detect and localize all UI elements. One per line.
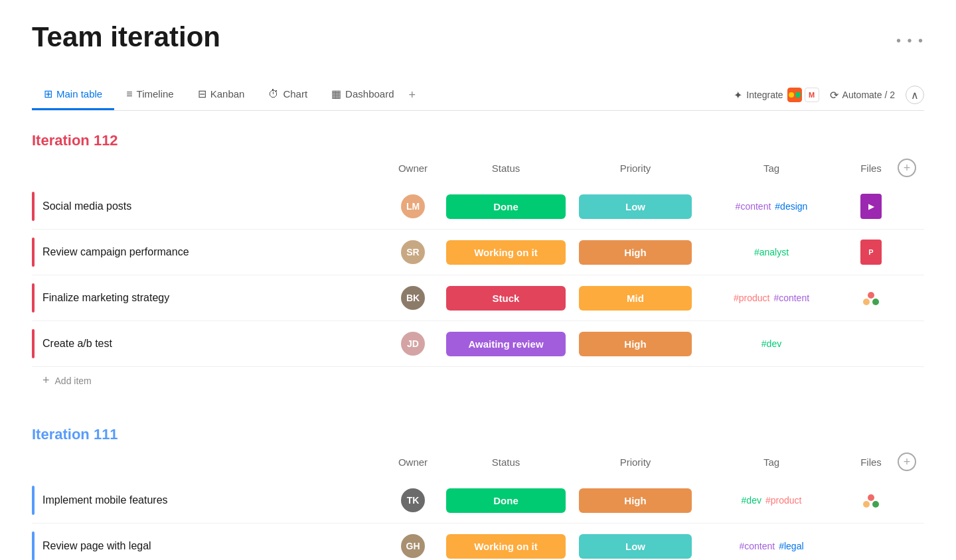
svg-point-8 xyxy=(872,501,879,508)
status-badge: Done xyxy=(446,488,566,513)
tab-timeline[interactable]: ≡ Timeline xyxy=(114,80,185,110)
dashboard-icon: ▦ xyxy=(331,88,341,100)
status-cell[interactable]: Working on it xyxy=(439,531,572,561)
add-column-button[interactable]: + xyxy=(898,159,916,177)
svg-point-7 xyxy=(863,501,870,508)
row-left-bar xyxy=(32,192,35,221)
priority-badge: High xyxy=(579,488,692,513)
status-cell[interactable]: Awaiting review xyxy=(439,329,572,359)
table-row[interactable]: Review campaign performanceSRWorking on … xyxy=(32,230,924,275)
task-cell: Social media posts xyxy=(32,184,386,229)
svg-point-2 xyxy=(795,92,801,98)
tab-chart[interactable]: ⏱ Chart xyxy=(256,80,319,110)
iteration-title-iteration-111: Iteration 111 xyxy=(32,426,118,443)
status-cell[interactable]: Done xyxy=(439,486,572,516)
table-row[interactable]: Create a/b testJDAwaiting reviewHigh#dev xyxy=(32,321,924,367)
tag: #content xyxy=(739,541,775,551)
task-cell: Review campaign performance xyxy=(32,230,386,275)
priority-cell[interactable]: Low xyxy=(572,192,698,222)
add-column-button[interactable]: + xyxy=(898,453,916,471)
file-icon-ppt[interactable]: P xyxy=(860,240,882,265)
task-name: Review campaign performance xyxy=(42,246,189,258)
tag-cell: #content#design xyxy=(698,198,844,214)
avatar: BK xyxy=(401,286,425,310)
col-header-add: + xyxy=(898,453,924,471)
avatar: JD xyxy=(401,332,425,356)
col-header-priority: Priority xyxy=(572,163,698,174)
avatar: GH xyxy=(401,534,425,558)
tag-cell: #dev xyxy=(698,336,844,352)
page-title: Team iteration xyxy=(32,21,220,53)
tab-main-table[interactable]: ⊞ Main table xyxy=(32,80,114,110)
svg-point-3 xyxy=(868,292,874,299)
svg-point-4 xyxy=(863,299,870,305)
main-table-icon: ⊞ xyxy=(44,88,52,100)
add-item-button[interactable]: +Add item xyxy=(32,367,924,394)
status-cell[interactable]: Stuck xyxy=(439,283,572,313)
files-cell xyxy=(844,491,898,510)
add-tab-button[interactable]: + xyxy=(406,83,419,107)
status-badge: Awaiting review xyxy=(446,332,566,356)
app-icons: M xyxy=(787,88,819,102)
status-cell[interactable]: Working on it xyxy=(439,238,572,267)
table-row[interactable]: Social media postsLMDoneLow#content#desi… xyxy=(32,184,924,230)
svg-point-6 xyxy=(868,494,874,501)
priority-cell[interactable]: High xyxy=(572,238,698,267)
collapse-button[interactable]: ∧ xyxy=(906,86,924,104)
priority-cell[interactable]: High xyxy=(572,486,698,516)
status-badge: Done xyxy=(446,194,566,219)
tag: #product xyxy=(734,293,769,303)
owner-cell: JD xyxy=(386,332,439,356)
iterations-container: Iteration 112OwnerStatusPriorityTagFiles… xyxy=(32,132,924,560)
avatar: TK xyxy=(401,488,425,512)
page-container: Team iteration • • • ⊞ Main table ≡ Time… xyxy=(0,0,956,560)
timeline-icon: ≡ xyxy=(126,88,132,100)
tag: #legal xyxy=(779,541,803,551)
priority-badge: Low xyxy=(579,194,692,219)
iteration-section-iteration-112: Iteration 112OwnerStatusPriorityTagFiles… xyxy=(32,132,924,394)
task-cell: Review page with legal xyxy=(32,524,386,560)
file-icon-asana[interactable] xyxy=(862,491,880,510)
col-header-add: + xyxy=(898,159,924,177)
tag-cell: #analyst xyxy=(698,244,844,260)
priority-badge: Low xyxy=(579,534,692,559)
col-header-tag: Tag xyxy=(698,163,844,174)
gmail-app-icon: M xyxy=(805,88,819,102)
chevron-up-icon: ∧ xyxy=(911,89,919,102)
tag-cell: #dev#product xyxy=(698,492,844,508)
tab-kanban[interactable]: ⊟ Kanban xyxy=(186,80,257,110)
files-cell: P xyxy=(844,240,898,265)
col-header-files: Files xyxy=(844,456,898,468)
table-row[interactable]: Finalize marketing strategyBKStuckMid#pr… xyxy=(32,275,924,321)
priority-badge: High xyxy=(579,332,692,356)
tag-cell: #product#content xyxy=(698,290,844,306)
integrate-button[interactable]: ✦ Integrate M xyxy=(734,88,819,102)
priority-cell[interactable]: Low xyxy=(572,531,698,561)
avatar: SR xyxy=(401,240,425,264)
row-left-bar xyxy=(32,238,35,267)
tag: #dev xyxy=(742,495,761,506)
status-cell[interactable]: Done xyxy=(439,192,572,222)
files-cell xyxy=(844,289,898,307)
tag: #content xyxy=(736,201,771,212)
status-badge: Working on it xyxy=(446,240,566,265)
priority-cell[interactable]: High xyxy=(572,329,698,359)
automate-button[interactable]: ⟳ Automate / 2 xyxy=(830,89,895,102)
table-row[interactable]: Review page with legalGHWorking on itLow… xyxy=(32,524,924,560)
file-icon-asana[interactable] xyxy=(862,289,880,307)
row-left-bar xyxy=(32,486,35,515)
tab-dashboard[interactable]: ▦ Dashboard xyxy=(319,80,406,110)
table-row[interactable]: Implement mobile featuresTKDoneHigh#dev#… xyxy=(32,478,924,524)
col-header-owner: Owner xyxy=(386,163,439,174)
monday-app-icon xyxy=(787,88,802,102)
more-options-button[interactable]: • • • xyxy=(896,33,924,48)
owner-cell: BK xyxy=(386,286,439,310)
status-badge: Stuck xyxy=(446,286,566,311)
tag: #product xyxy=(765,495,801,506)
priority-badge: Mid xyxy=(579,286,692,311)
col-header-status: Status xyxy=(439,456,572,468)
svg-point-5 xyxy=(872,299,879,305)
file-icon-video[interactable]: ▶ xyxy=(860,194,882,219)
priority-cell[interactable]: Mid xyxy=(572,283,698,313)
chart-icon: ⏱ xyxy=(268,88,279,100)
